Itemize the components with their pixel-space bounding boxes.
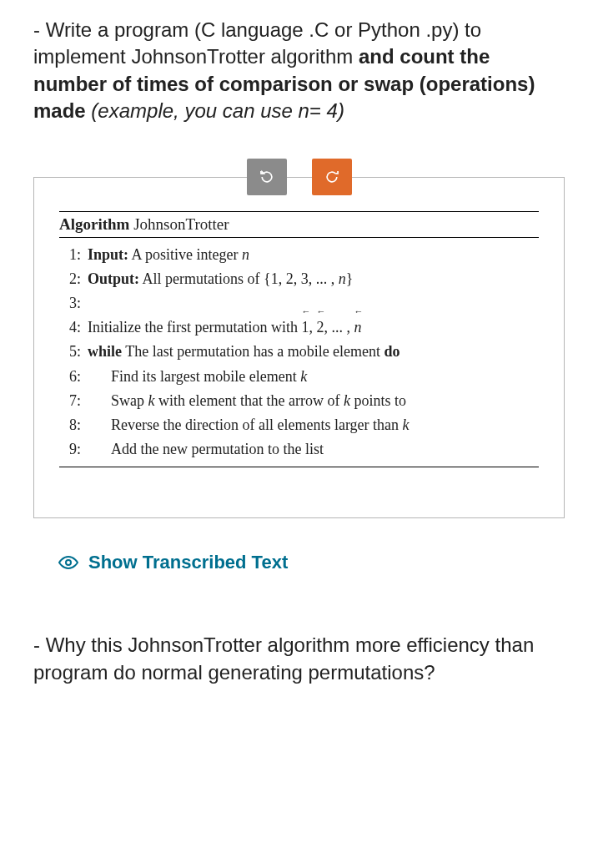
algo-line: 6: Find its largest mobile element k: [59, 365, 539, 389]
image-toolbar: [33, 159, 565, 195]
algo-line-text: Swap k with element that the arrow of k …: [88, 391, 539, 411]
rotate-right-button[interactable]: [312, 159, 352, 195]
algo-line-text: Input: A positive integer n: [88, 245, 539, 265]
algo-line: 1: Input: A positive integer n: [59, 243, 539, 267]
algo-header-name: JohnsonTrotter: [133, 215, 229, 233]
algo-line: 9: Add the new permutation to the list: [59, 437, 539, 462]
algo-line-num: 1:: [59, 245, 88, 265]
algo-line: 3:: [59, 291, 539, 315]
algo-line: 4: Initialize the first permutation with…: [59, 315, 539, 340]
rotate-left-button[interactable]: [247, 159, 287, 195]
algo-line-num: 9:: [59, 439, 88, 460]
algorithm-header: Algorithm JohnsonTrotter: [59, 212, 539, 238]
algo-line-text: Reverse the direction of all elements la…: [88, 415, 539, 436]
algo-header-label: Algorithm: [59, 215, 129, 233]
algo-line-text: Initialize the first permutation with 1,…: [88, 317, 539, 338]
algo-line-num: 4:: [59, 317, 88, 338]
algo-line-num: 6:: [59, 366, 88, 387]
algo-line-text: Output: All permutations of {1, 2, 3, ..…: [88, 269, 539, 290]
algorithm-body: 1: Input: A positive integer n 2: Output…: [59, 238, 539, 467]
q1-italic: (example, you can use n= 4): [86, 99, 344, 122]
algo-line-num: 5:: [59, 341, 88, 362]
algo-line-num: 7:: [59, 391, 88, 411]
eye-icon: [58, 553, 78, 573]
algorithm-box: Algorithm JohnsonTrotter 1: Input: A pos…: [59, 211, 539, 468]
algo-line-num: 2:: [59, 269, 88, 290]
algorithm-image-frame: Algorithm JohnsonTrotter 1: Input: A pos…: [33, 177, 565, 519]
algo-line-text: [88, 293, 539, 314]
algo-line: 2: Output: All permutations of {1, 2, 3,…: [59, 267, 539, 291]
rotate-right-icon: [324, 169, 340, 185]
algo-line-text: Add the new permutation to the list: [88, 439, 539, 460]
question-1: - Write a program (C language .C or Pyth…: [33, 17, 565, 125]
svg-point-0: [66, 560, 71, 565]
rotate-left-icon: [259, 169, 275, 185]
algo-line-text: Find its largest mobile element k: [88, 366, 539, 387]
algo-line-num: 8:: [59, 415, 88, 436]
show-transcribed-button[interactable]: Show Transcribed Text: [33, 543, 565, 573]
algo-line: 8: Reverse the direction of all elements…: [59, 413, 539, 437]
q2-text: - Why this JohnsonTrotter algorithm more…: [33, 633, 534, 683]
algo-line-text: while The last permutation has a mobile …: [88, 341, 539, 362]
question-2: - Why this JohnsonTrotter algorithm more…: [33, 632, 565, 686]
show-transcribed-label: Show Transcribed Text: [88, 552, 288, 573]
algo-line-num: 3:: [59, 293, 88, 314]
algo-line: 5: while The last permutation has a mobi…: [59, 340, 539, 364]
algo-line: 7: Swap k with element that the arrow of…: [59, 389, 539, 413]
